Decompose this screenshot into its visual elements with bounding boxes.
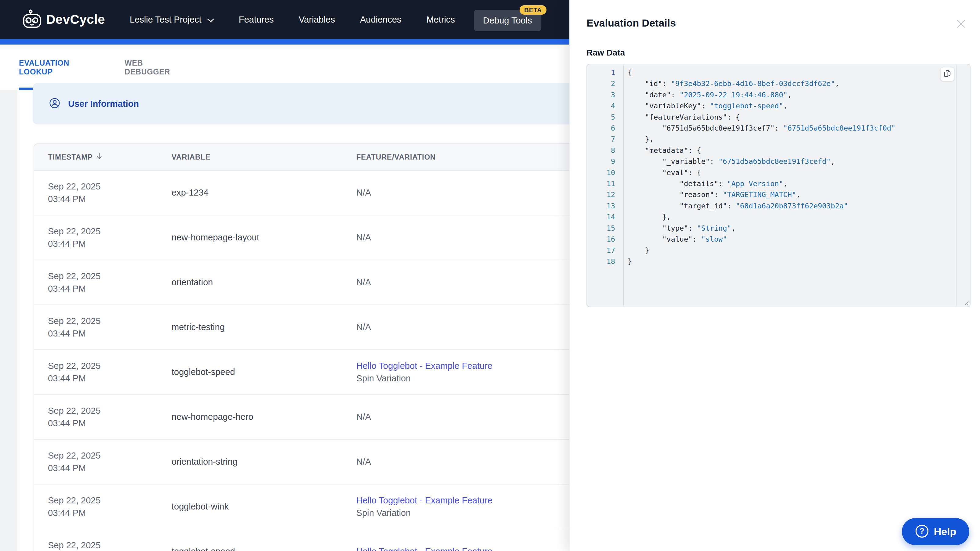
line-number: 9 (587, 156, 624, 167)
feature-na: N/A (356, 322, 595, 332)
beta-badge: BETA (520, 5, 546, 15)
project-selector[interactable]: Leslie Test Project (130, 0, 214, 39)
nav-link-audiences[interactable]: Audiences (360, 15, 401, 25)
header-timestamp-label: TIMESTAMP (48, 153, 93, 161)
line-number: 8 (587, 145, 624, 156)
code-lines: 1{2 "id": "9f3e4b32-6ebb-4d16-8bef-03dcc… (587, 67, 956, 267)
timestamp-time: 03:44 PM (48, 193, 172, 205)
line-content: "target_id": "68d1a6a20b873ff62e903b2a" (624, 200, 848, 211)
scroll-gutter-divider (956, 64, 957, 306)
evaluations-table: TIMESTAMP VARIABLE FEATURE/VARIATION Sep… (33, 143, 595, 551)
feature-link[interactable]: Hello Togglebot - Example Feature (356, 494, 595, 507)
line-number: 11 (587, 178, 624, 189)
variable-key: togglebot-wink (172, 502, 356, 512)
help-icon: ? (915, 524, 929, 540)
tab-web-debugger-label: WEB DEBUGGER (124, 59, 186, 76)
page-background-strip (0, 90, 18, 551)
timestamp-time: 03:44 PM (48, 372, 172, 385)
code-line: 3 "date": "2025-09-22 19:44:46.880", (587, 89, 956, 100)
table-row[interactable]: Sep 22, 202503:44 PMtogglebot-speedHello… (34, 529, 595, 551)
timestamp-time: 03:44 PM (48, 238, 172, 250)
variation-name: Spin Variation (356, 372, 595, 385)
sort-desc-icon (96, 152, 103, 162)
line-number: 12 (587, 189, 624, 200)
brand[interactable]: DevCycle (23, 0, 105, 39)
timestamp-date: Sep 22, 2025 (48, 180, 172, 193)
table-row[interactable]: Sep 22, 202503:44 PMtogglebot-speedHello… (34, 350, 595, 395)
code-line: 18} (587, 256, 956, 267)
feature-na: N/A (356, 277, 595, 287)
line-content: } (624, 256, 632, 267)
timestamp-time: 03:44 PM (48, 417, 172, 430)
line-content: "value": "slow" (624, 234, 727, 245)
nav-links: FeaturesVariablesAudiencesMetrics (239, 0, 455, 39)
copy-button[interactable] (940, 67, 955, 81)
feature-link[interactable]: Hello Togglebot - Example Feature (356, 360, 595, 372)
timestamp-date: Sep 22, 2025 (48, 315, 172, 327)
raw-data-label: Raw Data (587, 48, 625, 58)
feature-link[interactable]: Hello Togglebot - Example Feature (356, 545, 595, 551)
table-row[interactable]: Sep 22, 202503:44 PMnew-homepage-layoutN… (34, 215, 595, 260)
variable-key: metric-testing (172, 322, 356, 332)
code-line: 1{ (587, 67, 956, 78)
header-feature-variation[interactable]: FEATURE/VARIATION (356, 153, 595, 161)
code-line: 13 "target_id": "68d1a6a20b873ff62e903b2… (587, 200, 956, 211)
timestamp-time: 03:44 PM (48, 507, 172, 519)
raw-data-code-editor[interactable]: 1{2 "id": "9f3e4b32-6ebb-4d16-8bef-03dcc… (587, 64, 970, 307)
code-line: 12 "reason": "TARGETING_MATCH", (587, 189, 956, 200)
variable-key: orientation (172, 277, 356, 287)
timestamp-date: Sep 22, 2025 (48, 270, 172, 283)
code-line: 14 }, (587, 211, 956, 222)
project-name: Leslie Test Project (130, 15, 202, 25)
table-row[interactable]: Sep 22, 202503:44 PMexp-1234N/A (34, 170, 595, 215)
line-number: 1 (587, 67, 624, 78)
line-number: 7 (587, 133, 624, 144)
variable-key: exp-1234 (172, 187, 356, 198)
help-label: Help (934, 526, 956, 538)
table-row[interactable]: Sep 22, 202503:44 PMtogglebot-winkHello … (34, 484, 595, 529)
table-header: TIMESTAMP VARIABLE FEATURE/VARIATION (34, 144, 595, 170)
code-line: 5 "featureVariations": { (587, 112, 956, 123)
line-content: "featureVariations": { (624, 112, 740, 123)
code-line: 15 "type": "String", (587, 223, 956, 234)
header-timestamp[interactable]: TIMESTAMP (34, 152, 172, 162)
code-line: 6 "6751d5a65bdc8ee191f3cef7": "6751d5a65… (587, 123, 956, 133)
line-content: "eval": { (624, 167, 701, 178)
line-number: 3 (587, 89, 624, 100)
panel-title: Evaluation Details (587, 17, 676, 29)
feature-na: N/A (356, 412, 595, 422)
table-row[interactable]: Sep 22, 202503:44 PMorientationN/A (34, 260, 595, 305)
line-number: 14 (587, 211, 624, 222)
table-row[interactable]: Sep 22, 202503:44 PMorientation-stringN/… (34, 440, 595, 484)
nav-link-features[interactable]: Features (239, 15, 274, 25)
devcycle-logo-icon (23, 8, 41, 32)
tab-evaluation-lookup-label: EVALUATION LOOKUP (19, 59, 104, 76)
table-row[interactable]: Sep 22, 202503:44 PMnew-homepage-heroN/A (34, 395, 595, 440)
variable-key: orientation-string (172, 457, 356, 467)
line-content: "metadata": { (624, 145, 701, 156)
timestamp-date: Sep 22, 2025 (48, 539, 172, 551)
line-number: 17 (587, 245, 624, 256)
line-content: "_variable": "6751d5a65bdc8ee191f3cefd", (624, 156, 835, 167)
table-body: Sep 22, 202503:44 PMexp-1234N/ASep 22, 2… (34, 170, 595, 551)
timestamp-date: Sep 22, 2025 (48, 360, 172, 372)
nav-link-metrics[interactable]: Metrics (426, 15, 455, 25)
line-content: "details": "App Version", (624, 178, 788, 189)
chevron-down-icon (207, 15, 214, 25)
nav-link-variables[interactable]: Variables (299, 15, 335, 25)
user-information-banner[interactable]: User Information (33, 83, 582, 124)
line-number: 16 (587, 234, 624, 245)
table-row[interactable]: Sep 22, 202503:44 PMmetric-testingN/A (34, 305, 595, 350)
line-content: } (624, 245, 649, 256)
line-number: 4 (587, 100, 624, 111)
line-number: 13 (587, 200, 624, 211)
close-icon[interactable] (955, 17, 968, 30)
help-button[interactable]: ? Help (902, 518, 969, 545)
timestamp-time: 03:44 PM (48, 283, 172, 295)
code-line: 16 "value": "slow" (587, 234, 956, 245)
line-content: "6751d5a65bdc8ee191f3cef7": "6751d5a65bd… (624, 123, 896, 133)
feature-na: N/A (356, 187, 595, 198)
header-variable[interactable]: VARIABLE (172, 153, 356, 161)
line-content: "reason": "TARGETING_MATCH", (624, 189, 800, 200)
resize-handle[interactable] (963, 300, 969, 305)
